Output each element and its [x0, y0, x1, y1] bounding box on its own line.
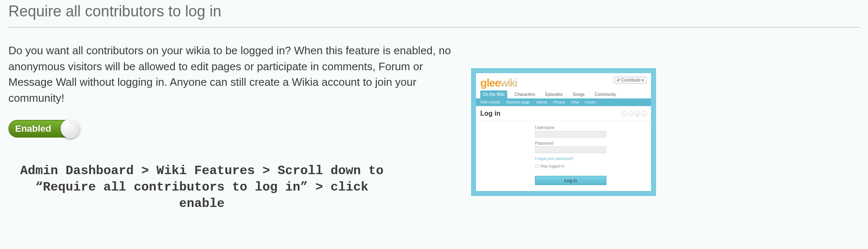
social-icon-4[interactable]: r — [641, 111, 647, 117]
chevron-down-icon: ▾ — [642, 78, 644, 82]
tab-songs[interactable]: Songs — [570, 90, 587, 98]
feature-title: Require all contributors to log in — [8, 0, 860, 27]
contribute-button[interactable]: Contribute ▾ — [614, 77, 647, 84]
preview-column: gleewiki Contribute ▾ On the Wiki Charac… — [471, 68, 656, 196]
stay-logged-label: Stay logged in — [540, 164, 564, 168]
subnav-chat[interactable]: Chat — [571, 100, 579, 104]
social-icon-3[interactable]: g — [635, 111, 640, 117]
main-row: Do you want all contributors on your wik… — [8, 43, 860, 212]
enabled-toggle[interactable]: Enabled — [8, 120, 79, 138]
tab-on-the-wiki[interactable]: On the Wiki — [480, 90, 507, 98]
username-label: Username — [535, 125, 647, 130]
username-input[interactable] — [535, 131, 606, 138]
tab-community[interactable]: Community — [592, 90, 619, 98]
toggle-knob — [61, 119, 80, 138]
subnav-random-page[interactable]: Random page — [506, 100, 530, 104]
login-preview-card: gleewiki Contribute ▾ On the Wiki Charac… — [471, 68, 656, 196]
instructions-text: Admin Dashboard > Wiki Features > Scroll… — [13, 163, 391, 212]
pencil-icon — [617, 79, 620, 82]
preview-subnav: Wiki Activity Random page Videos Photos … — [476, 98, 651, 106]
subnav-photos[interactable]: Photos — [553, 100, 565, 104]
stay-logged-checkbox[interactable] — [535, 164, 539, 168]
subnav-wiki-activity[interactable]: Wiki Activity — [480, 100, 500, 104]
section-divider — [8, 27, 860, 28]
preview-tabs: On the Wiki Characters Episodes Songs Co… — [476, 90, 651, 98]
social-icon-2[interactable]: t — [628, 111, 633, 117]
feature-description: Do you want all contributors on your wik… — [8, 43, 454, 106]
toggle-label: Enabled — [8, 123, 59, 134]
social-icon-1[interactable]: f — [621, 111, 627, 117]
password-label: Password — [535, 141, 647, 146]
login-form: Username Password Forgot your password? … — [476, 121, 651, 191]
left-column: Do you want all contributors on your wik… — [8, 43, 454, 212]
subnav-forum[interactable]: Forum — [585, 100, 595, 104]
preview-page-title: Log in — [480, 110, 500, 117]
tab-episodes[interactable]: Episodes — [543, 90, 565, 98]
password-input[interactable] — [535, 146, 606, 153]
preview-logo: gleewiki — [480, 77, 517, 90]
login-button[interactable]: Log in — [535, 176, 606, 185]
subnav-videos[interactable]: Videos — [536, 100, 547, 104]
tab-characters[interactable]: Characters — [512, 90, 538, 98]
forgot-password-link[interactable]: Forgot your password? — [535, 156, 647, 161]
social-icons: f t g r — [621, 111, 647, 117]
